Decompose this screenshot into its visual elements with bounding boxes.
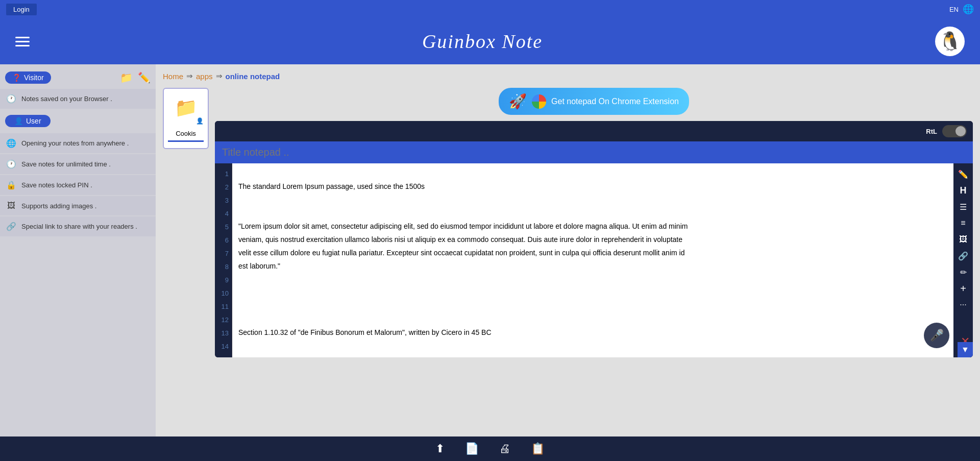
notepad-title-input[interactable] (222, 147, 966, 158)
rtl-label: RtL (926, 128, 937, 135)
rocket-icon: 🚀 (509, 93, 527, 110)
line-number: 1 (218, 167, 229, 181)
toolbar-list-button[interactable]: ☰ (954, 199, 972, 214)
editor-line: The standard Lorem Ipsum passage, used s… (238, 180, 947, 193)
question-icon: ❓ (12, 74, 21, 82)
toggle-thumb (955, 126, 966, 136)
line-number: 8 (218, 260, 229, 274)
avatar[interactable]: 🐧 (935, 27, 965, 56)
login-button[interactable]: Login (6, 4, 37, 15)
toolbar-add-button[interactable]: + (954, 281, 972, 296)
image-icon: 🖼 (6, 201, 16, 210)
sidebar-item-label-browser: Notes saved on your Browser . (21, 95, 112, 103)
toolbar-more-button[interactable]: ··· (954, 297, 972, 312)
editor-line (238, 299, 947, 312)
editor-line: Section 1.10.32 of "de Finibus Bonorum e… (238, 326, 947, 339)
sidebar-label-locked: Save notes locked PIN . (21, 181, 92, 189)
editor-area[interactable]: The standard Lorem Ipsum passage, used s… (232, 163, 953, 357)
user-row: 👤 User (0, 112, 156, 130)
line-number: 4 (218, 207, 229, 221)
content-area: Home ⇒ apps ⇒ online notepad 📁 👤 Cookis … (156, 64, 980, 436)
sidebar-label-unlimited: Save notes for unlimited time . (21, 160, 111, 168)
editor-line (238, 286, 947, 299)
toolbar-heading-button[interactable]: H (954, 183, 972, 198)
toolbar-link-button[interactable]: 🔗 (954, 248, 972, 263)
scroll-down-button[interactable]: ▼ (958, 342, 973, 357)
user-badge: 👤 User (5, 115, 51, 127)
sidebar: ❓ Visitor 📁 ✏️ 🕐 Notes saved on your Bro… (0, 64, 156, 436)
floating-mic[interactable]: 🎤 (924, 323, 949, 348)
sidebar-item-unlimited-time[interactable]: 🕐 Save notes for unlimited time . (0, 154, 156, 174)
editor-line: veniam, quis nostrud exercitation ullamc… (238, 233, 947, 246)
cookis-panel[interactable]: 📁 👤 Cookis (163, 88, 209, 149)
sidebar-item-locked-pin[interactable]: 🔒 Save notes locked PIN . (0, 175, 156, 195)
clock-icon: 🕐 (6, 94, 16, 104)
editor-line: "Lorem ipsum dolor sit amet, consectetur… (238, 220, 947, 233)
toolbar-draw-button[interactable]: ✏ (954, 264, 972, 280)
line-number: 7 (218, 247, 229, 260)
sidebar-label-share: Special link to share with your readers … (21, 223, 137, 230)
chrome-logo-icon (532, 94, 546, 109)
line-number: 5 (218, 221, 229, 234)
top-bar: Login EN 🌐 (0, 0, 980, 18)
line-numbers: 1234567891011121314 (215, 163, 232, 357)
user-icon: 👤 (14, 117, 23, 125)
bottom-duplicate-button[interactable]: 📋 (531, 442, 545, 455)
toolbar-pencil-button[interactable]: ✏️ (954, 166, 972, 182)
editor-toolbar: ✏️ H ☰ ≡ 🖼 🔗 ✏ + ··· (953, 163, 973, 357)
new-folder-button[interactable]: 📁 (120, 71, 133, 84)
sidebar-item-images[interactable]: 🖼 Supports adding images . (0, 196, 156, 215)
toolbar-image-button[interactable]: 🖼 (954, 232, 972, 247)
sidebar-item-open-anywhere[interactable]: 🌐 Opening your notes from anywhere . (0, 133, 156, 153)
line-number: 2 (218, 181, 229, 194)
globe-icon-sidebar: 🌐 (6, 138, 16, 148)
menu-button[interactable] (15, 37, 30, 46)
chrome-extension-row: 🚀 Get notepad On Chrome Extension (215, 88, 973, 115)
floating-more[interactable]: ··· (916, 338, 922, 346)
line-number: 6 (218, 234, 229, 247)
breadcrumb: Home ⇒ apps ⇒ online notepad (163, 69, 973, 83)
sidebar-label-open-anywhere: Opening your notes from anywhere . (21, 139, 129, 147)
rtl-toggle[interactable] (942, 125, 967, 137)
editor-line: velit esse cillum dolore eu fugiat nulla… (238, 246, 947, 259)
sidebar-item-share-link[interactable]: 🔗 Special link to share with your reader… (0, 216, 156, 236)
bottom-bar: ⬆ 📄 🖨 📋 (0, 436, 980, 461)
editor-line (238, 166, 947, 180)
bottom-copy-button[interactable]: 📄 (465, 442, 479, 455)
toolbar-align-button[interactable]: ≡ (954, 215, 972, 231)
globe-icon[interactable]: 🌐 (963, 4, 974, 15)
line-number: 3 (218, 194, 229, 207)
sidebar-action-icons: 📁 ✏️ (120, 71, 151, 84)
line-number: 9 (218, 274, 229, 287)
breadcrumb-arrow-1: ⇒ (186, 71, 193, 81)
bottom-upload-button[interactable]: ⬆ (435, 442, 445, 455)
notepad-container: RtL 1234567891011121314 The standard Lor… (215, 121, 973, 357)
clock-icon-2: 🕐 (6, 159, 16, 169)
breadcrumb-current: online notepad (226, 72, 280, 81)
bottom-print-button[interactable]: 🖨 (499, 442, 510, 455)
line-number: 11 (218, 300, 229, 313)
notepad-body: 1234567891011121314 The standard Lorem I… (215, 163, 973, 357)
line-number: 12 (218, 313, 229, 327)
link-icon: 🔗 (6, 222, 16, 231)
chrome-extension-banner[interactable]: 🚀 Get notepad On Chrome Extension (499, 88, 689, 115)
folder-icon-cookis: 📁 (175, 97, 198, 118)
notepad-title-bar (215, 141, 973, 163)
breadcrumb-apps[interactable]: apps (196, 72, 213, 81)
chrome-banner-text: Get notepad On Chrome Extension (551, 97, 679, 106)
user-label: User (26, 117, 41, 125)
breadcrumb-home[interactable]: Home (163, 72, 183, 81)
new-note-button[interactable]: ✏️ (138, 71, 151, 84)
main-layout: ❓ Visitor 📁 ✏️ 🕐 Notes saved on your Bro… (0, 64, 980, 436)
editor-line (238, 339, 947, 352)
editor-line (238, 206, 947, 220)
toggle-track[interactable] (942, 125, 967, 137)
right-panel: 🚀 Get notepad On Chrome Extension RtL (215, 88, 973, 357)
editor-line: est laborum." (238, 259, 947, 273)
editor-line (238, 312, 947, 326)
cookis-underline (168, 140, 204, 142)
lock-icon: 🔒 (6, 180, 16, 190)
sidebar-item-browser-notes[interactable]: 🕐 Notes saved on your Browser . (0, 89, 156, 109)
app-logo: Guinbox Note (30, 30, 935, 53)
editor-line (238, 273, 947, 286)
